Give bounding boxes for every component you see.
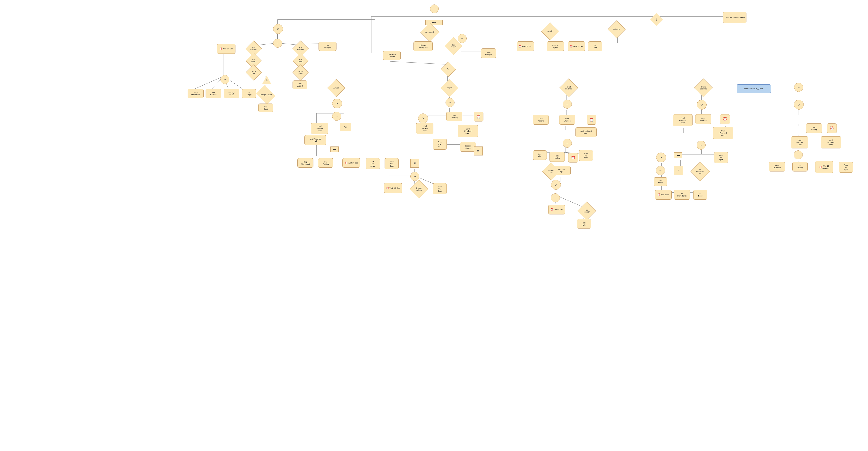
stop-movement-3-node: StopMovement [769, 162, 785, 171]
seq-cook-2-node: ▶▶▶ [674, 152, 683, 159]
wait-15-sec-1-node: ⏰ Wait 15 Sec [517, 41, 534, 51]
interrupted-node: Interrupted? [418, 25, 442, 39]
event-healing-node: EventHealing? [558, 81, 579, 95]
start-walking-2-node: StartWalking [559, 115, 575, 125]
plus1-ingredients-node: +1Ingredients [674, 190, 690, 200]
find-escape-spot-node: Findescapespot [416, 123, 433, 134]
until-finished-path-1-node: Until FinishedPath [305, 135, 326, 145]
seq-afraid-bottom-node: ▶▶▶ [330, 146, 339, 153]
until-finished-path-2-node: UntilFinishedPath? [458, 125, 478, 137]
find-wander-spot-2-node: FindWanderSpot [791, 136, 808, 149]
clear-perception-events-node: Clear Perception Events [723, 12, 746, 23]
no-ingredients-node: NoIngredientsleft? [689, 164, 711, 179]
svg-line-115 [192, 76, 224, 90]
wait-15-sec-2-node: ⏰ Wait 15 Sec [568, 41, 585, 51]
wait-10-seconds-node: ⏰ Wait 10seconds [815, 161, 833, 173]
behavior-tree-canvas: → ▶▶▶ Clear Perception Events Interrupte… [0, 0, 868, 451]
free-my-spot-4-node: FreemySpot [433, 183, 447, 194]
clock-2-node: ⏰ [587, 115, 596, 125]
clock-1-node: ⏰ [474, 112, 484, 122]
selector-afraid-node: → [332, 111, 342, 121]
unknown-question-node: ? [651, 14, 662, 25]
set-idle-1-node: SetIdle [588, 41, 602, 51]
fainted-node: Fainted? [606, 23, 627, 36]
loop-angry-node: ⟳ [417, 113, 428, 124]
angry-seq-node: → [445, 98, 455, 107]
arrow-dd-node: → [457, 34, 467, 43]
healing-selector-node: → [562, 99, 572, 109]
cook-arrow-3-node: → [656, 166, 665, 175]
set-interrupted-node: SetInterrupted [318, 42, 337, 51]
heal-patient-node: Healpatient? [576, 204, 597, 218]
wait-05-sec-node: ⏰ Wait 0.5 Sec [217, 44, 236, 54]
free-spot-6-node: Freemyspot [714, 152, 728, 163]
neq-2-node: ≠ [410, 158, 420, 168]
heal-arrow-3-node: → [551, 193, 560, 203]
find-cooking-spot-node: FindCookingSpot [673, 114, 692, 126]
loop-cooking-node: ⟳ [696, 99, 707, 110]
loop-right-node: ⟳ [793, 99, 804, 110]
free-my-spot-1-node: Freemy spot [481, 49, 496, 58]
wait-1-sec-1-node: ⏰ Wait 1 sec [548, 205, 565, 215]
selector-arrow-node: → [220, 75, 230, 85]
loop-heal-node: ⟳ [551, 179, 561, 190]
right-arrow-node: → [794, 83, 804, 92]
loop-node-1: ⟳ [273, 24, 283, 34]
plus1-food-node: +1Food [693, 190, 707, 200]
set-fainted-node: SetFainted [206, 89, 221, 98]
free-spot-5-node: Freemyspot [579, 150, 593, 161]
wait-10-sec-1-node: ⏰ Wait 10 sec [342, 158, 360, 168]
clock-3-node: ⏰ [568, 153, 578, 162]
free-spot-7-node: Freemyspot [839, 162, 853, 173]
svg-line-123 [390, 61, 447, 64]
loop-afraid-node: ⟳ [332, 98, 342, 109]
run-node: Run [340, 123, 351, 131]
triangle-node: △ [261, 75, 272, 85]
damage-25-node: Damage+= 25 [224, 89, 239, 98]
calc-ambush-node: CalculateAmbush [383, 51, 401, 60]
cook-arrow-2-node: → [696, 140, 706, 150]
dead-node: Dead? [539, 24, 561, 38]
arrow-r3-node: → [793, 150, 803, 160]
set-afraid-node: SetAfraid [292, 80, 307, 89]
subtree-needs-node: Subtree NEEDS_TREE [737, 85, 771, 93]
loop-cook-3-node: ⟳ [656, 152, 666, 163]
find-wander-spot-1-node: FindWanderSpot [311, 123, 328, 134]
until-finished-path-3-node: Until FinishedPath? [576, 127, 596, 137]
find-patient-node: FindPatient [533, 115, 549, 125]
wait-05-sec-2-node: ⏰ Wait 0.5 Sec [384, 183, 402, 193]
set-waiting-2-node: SetWaiting [793, 162, 808, 171]
set-idle-2-node: SetIdle [533, 151, 547, 160]
start-walking-1-node: StartWalking [446, 112, 462, 121]
until-finished-path-5-node: UntilFinishedPath? [821, 136, 841, 149]
start-walking-3-node: StartWalking [695, 114, 711, 124]
until-finished-path-4-node: UntilFinishedPath? [713, 127, 733, 139]
afraid-node: Afraid? [326, 81, 346, 95]
disable-perception-node: DisablePerception [413, 41, 433, 51]
angry-node: Angry? [439, 81, 460, 95]
patient-lost-node: PatientLost? [541, 165, 561, 178]
clock-4-node: ⏰ [720, 114, 730, 124]
hit-guard-2-node: Hit byguard? [291, 66, 310, 79]
heal-arrow-2-node: → [562, 138, 572, 148]
destroy-agent-node: DestroyAgent [547, 41, 564, 51]
arrow-neq2-node: → [410, 171, 420, 181]
neq-angry-node: ≠ [473, 146, 483, 156]
root-node: → [430, 4, 439, 14]
damage-100-node: Damage > 100? [253, 88, 278, 101]
wait-1-sec-2-node: ⏰ Wait 1 sec [655, 190, 672, 200]
neq-cook-node: ≠ [674, 166, 683, 175]
set-healing-node: SetHealing [550, 152, 565, 162]
start-walking-4-node: StartWalking [806, 123, 822, 133]
clock-5-node: ⏰ [827, 123, 837, 133]
stop-movement-2-node: StopMovement [298, 158, 313, 168]
set-dead-node: SetDead [258, 103, 273, 112]
free-my-spot-3-node: FreemySpot [384, 158, 399, 169]
event-cooking-node: EventCooking? [693, 81, 714, 95]
connection-lines [0, 0, 868, 451]
nearby-violence-node: NearbyViolence [408, 183, 430, 195]
main-question-node: ? [441, 62, 455, 76]
set-idle-3-node: SetIdle [577, 219, 591, 228]
20-times-node: 20times [654, 178, 667, 186]
selector-node-1: → [273, 38, 283, 48]
